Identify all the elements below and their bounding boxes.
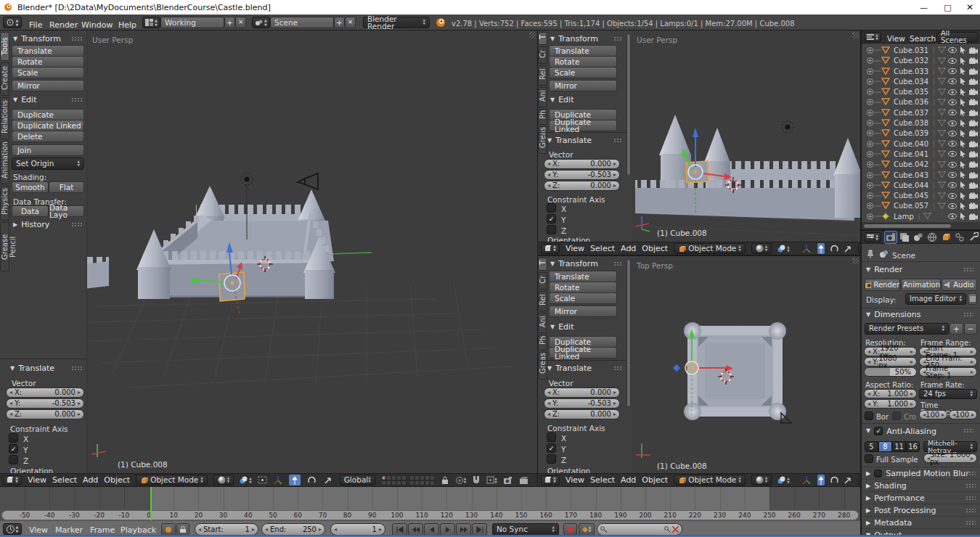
delete-scene-button[interactable]: ✕	[345, 17, 356, 28]
viewport-3d-top[interactable]: Top Persp (1) Cube.008	[632, 256, 860, 473]
manipulator-scale-button[interactable]	[844, 243, 852, 254]
expand-icon[interactable]	[866, 129, 874, 137]
outliner-item[interactable]: Cube.057|	[862, 201, 980, 211]
minimize-button[interactable]: —	[912, 3, 936, 12]
editor-type-3dview-icon[interactable]: ▲▼	[541, 475, 560, 485]
editor-type-3dview-icon[interactable]: ▲▼	[541, 244, 560, 254]
outliner-hscrollbar[interactable]	[862, 222, 980, 229]
expand-icon[interactable]	[866, 171, 874, 179]
menu-help[interactable]: Help	[118, 20, 136, 30]
expand-icon[interactable]	[866, 202, 874, 210]
frame-step-field[interactable]: ◂Frame Step: 1▸	[919, 367, 977, 377]
constraint-z-checkbox[interactable]	[547, 225, 556, 234]
expand-icon[interactable]	[866, 160, 874, 168]
expand-icon[interactable]	[866, 119, 874, 127]
selectable-arrow-icon[interactable]	[960, 57, 966, 65]
scale-button[interactable]: Scale	[549, 292, 617, 304]
lock-range-button[interactable]	[176, 523, 189, 536]
visibility-eye-icon[interactable]	[948, 203, 957, 209]
outliner-item[interactable]: Cube.038|	[862, 118, 980, 128]
shelf-tab-ani[interactable]: Ani	[538, 313, 547, 333]
selectable-arrow-icon[interactable]	[960, 192, 966, 200]
vector-z-field[interactable]: ◂Z:0.000▸	[544, 409, 620, 419]
shelf-tab-rel[interactable]: Rel	[538, 65, 547, 86]
visibility-eye-icon[interactable]	[948, 213, 957, 219]
mirror-button[interactable]: Mirror	[549, 80, 617, 91]
renderable-camera-icon[interactable]	[969, 78, 978, 85]
visibility-eye-icon[interactable]	[948, 193, 957, 199]
selectable-arrow-icon[interactable]	[960, 89, 966, 96]
rotate-button[interactable]: Rotate	[549, 282, 617, 293]
expand-icon[interactable]	[866, 109, 874, 117]
add-layout-button[interactable]: +	[224, 17, 235, 28]
shelf-tab-ph[interactable]: Ph	[538, 109, 547, 125]
renderable-camera-icon[interactable]	[969, 47, 978, 54]
manipulator-axis-icon[interactable]	[801, 475, 812, 485]
shelf-tab-animation[interactable]: Animation	[0, 141, 9, 184]
selectable-arrow-icon[interactable]	[960, 109, 966, 116]
visibility-eye-icon[interactable]	[948, 78, 957, 84]
remap-new-field[interactable]: ◂100▸	[949, 410, 977, 419]
manipulator-translate-button[interactable]	[817, 475, 825, 485]
maximize-button[interactable]: □	[936, 3, 960, 12]
outliner-item[interactable]: Cube.032|	[862, 56, 980, 66]
menu-file[interactable]: File	[29, 20, 42, 30]
rotate-button[interactable]: Rotate	[549, 56, 617, 67]
viewport-menu-select[interactable]: Select	[52, 475, 77, 485]
outliner-item[interactable]: Cube.039|	[862, 128, 980, 139]
shelf-tab-cr[interactable]: Cr	[538, 272, 547, 290]
border-checkbox[interactable]	[865, 411, 873, 420]
manipulator-scale-button[interactable]	[323, 475, 334, 485]
constraint-x-checkbox[interactable]	[547, 433, 556, 442]
aspect-x-field[interactable]: ◂X:1.000▸	[864, 389, 917, 398]
viewport-menu-object[interactable]: Object	[642, 244, 668, 253]
renderable-camera-icon[interactable]	[969, 192, 978, 199]
expand-icon[interactable]	[866, 88, 874, 96]
constraint-y-checkbox[interactable]	[547, 443, 556, 453]
manipulator-axis-icon[interactable]	[273, 475, 283, 485]
renderable-camera-icon[interactable]	[969, 89, 978, 95]
duplicate-linked-button[interactable]: Duplicate Linked	[549, 120, 617, 131]
remap-old-field[interactable]: ◂100▸	[919, 410, 947, 419]
shading-select[interactable]: ▲▼	[751, 475, 772, 485]
pivot-select[interactable]: ▲▼	[777, 476, 789, 484]
display-select[interactable]: Image Editor▲▼	[905, 293, 966, 305]
panel-metadata[interactable]: ▶Metadata	[862, 516, 980, 528]
outliner-menu-search[interactable]: Search	[910, 34, 936, 43]
scale-button[interactable]: Scale	[549, 67, 617, 78]
region-corner-grip[interactable]	[852, 32, 859, 38]
pivot-select[interactable]: ▲▼	[777, 245, 789, 253]
shelf-tab-physics[interactable]: Physics	[0, 186, 9, 221]
visibility-eye-icon[interactable]	[948, 110, 957, 115]
editor-type-timeline-icon[interactable]: ▲▼	[3, 523, 22, 535]
vector-x-field[interactable]: ◂X:0.000▸	[544, 159, 620, 169]
visibility-eye-icon[interactable]	[948, 141, 957, 147]
render-engine-select[interactable]: Blender Render▲▼	[363, 17, 430, 28]
selectable-arrow-icon[interactable]	[960, 99, 966, 106]
constraint-y-checkbox[interactable]	[547, 214, 556, 224]
screen-layout-icon[interactable]: ▲▼	[142, 17, 160, 28]
shelf-tab-greas[interactable]: Greas	[538, 126, 547, 154]
shelf-tab-greas[interactable]: Greas	[538, 352, 547, 380]
mode-select[interactable]: Object Mode▲▼	[674, 243, 746, 254]
add-scene-button[interactable]: +	[334, 17, 345, 28]
preview-range-button[interactable]	[161, 523, 176, 536]
start-frame-field[interactable]: ◂Start:1▸	[195, 523, 258, 536]
fps-select[interactable]: 24 fps▲▼	[919, 389, 977, 399]
expand-icon[interactable]	[866, 46, 874, 54]
layers-widget[interactable]	[381, 475, 435, 485]
visibility-eye-icon[interactable]	[948, 131, 957, 136]
viewport-menu-add[interactable]: Add	[83, 475, 98, 485]
outliner-menu-view[interactable]: View	[887, 34, 905, 43]
pivot-center-icon[interactable]	[258, 476, 267, 484]
constraint-x-checkbox[interactable]	[547, 203, 556, 213]
outliner-item[interactable]: Cube.045|	[862, 191, 980, 201]
renderable-camera-icon[interactable]	[969, 213, 978, 220]
shade-flat-button[interactable]: Flat	[49, 181, 84, 193]
expand-icon[interactable]	[866, 150, 874, 158]
lock-icon[interactable]	[441, 476, 449, 485]
outliner-item[interactable]: Cube.036|	[862, 97, 980, 107]
editor-type-outliner-icon[interactable]: ▲▼	[864, 32, 881, 42]
visibility-eye-icon[interactable]	[948, 182, 957, 188]
render-opengl-anim-icon[interactable]	[519, 476, 529, 485]
